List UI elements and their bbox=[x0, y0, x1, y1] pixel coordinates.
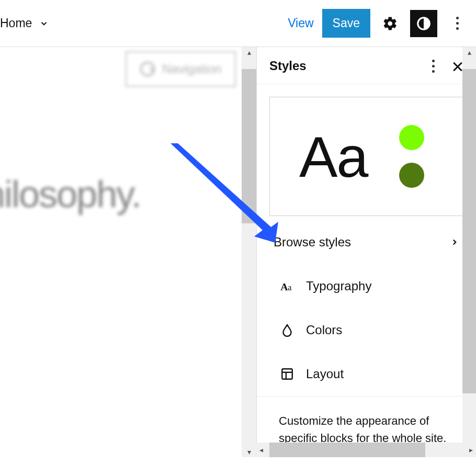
styles-panel: Styles Aa Browse styles bbox=[256, 47, 476, 457]
browse-styles-label: Browse styles bbox=[274, 235, 351, 250]
panel-title: Styles bbox=[269, 59, 307, 73]
drop-icon bbox=[280, 323, 294, 337]
styles-toggle-button[interactable] bbox=[410, 10, 437, 37]
navigation-block: Navigation bbox=[126, 51, 236, 87]
layout-label: Layout bbox=[306, 367, 344, 381]
panel-more-button[interactable] bbox=[427, 60, 439, 72]
more-options-button[interactable] bbox=[444, 10, 471, 37]
svg-text:a: a bbox=[288, 282, 292, 292]
scroll-down-icon: ▾ bbox=[247, 447, 251, 457]
svg-rect-3 bbox=[282, 369, 292, 379]
settings-button[interactable] bbox=[377, 10, 404, 37]
breadcrumb[interactable]: Home bbox=[0, 16, 49, 30]
half-circle-icon bbox=[416, 16, 432, 31]
top-toolbar: Home View Save bbox=[0, 0, 476, 47]
panel-header: Styles bbox=[257, 47, 476, 84]
styles-menu: Browse styles Aa Typography Colors bbox=[257, 216, 476, 396]
svg-text:A: A bbox=[280, 281, 288, 292]
gear-icon bbox=[382, 16, 398, 31]
scrollbar-thumb[interactable] bbox=[242, 69, 256, 223]
scroll-right-icon: ▸ bbox=[466, 446, 476, 454]
navigation-label: Navigation bbox=[162, 62, 221, 76]
swatch-primary bbox=[399, 125, 424, 150]
browse-styles-row[interactable]: Browse styles bbox=[269, 220, 463, 264]
preview-sample-text: Aa bbox=[299, 123, 368, 190]
swatch-secondary bbox=[399, 163, 424, 188]
style-preview: Aa bbox=[269, 97, 476, 216]
scrollbar-thumb[interactable] bbox=[462, 69, 476, 393]
save-button[interactable]: Save bbox=[322, 9, 370, 38]
colors-label: Colors bbox=[306, 323, 342, 337]
chevron-down-icon bbox=[39, 19, 49, 28]
scroll-left-icon: ◂ bbox=[256, 446, 266, 454]
scroll-up-icon: ▴ bbox=[468, 47, 471, 58]
layout-row[interactable]: Layout bbox=[269, 352, 463, 396]
close-panel-button[interactable] bbox=[452, 60, 463, 72]
scroll-up-icon: ▴ bbox=[247, 47, 251, 58]
kebab-icon bbox=[432, 60, 435, 73]
colors-row[interactable]: Colors bbox=[269, 308, 463, 352]
typography-label: Typography bbox=[306, 279, 371, 293]
layout-icon bbox=[280, 367, 294, 381]
editor-canvas[interactable]: Navigation hilosophy. bbox=[0, 47, 256, 457]
canvas-scrollbar[interactable]: ▴ ▾ bbox=[242, 47, 256, 457]
kebab-icon bbox=[456, 17, 459, 30]
scrollbar-thumb[interactable] bbox=[269, 443, 425, 457]
headline-text: hilosophy. bbox=[0, 173, 141, 216]
home-label: Home bbox=[0, 16, 32, 30]
typography-row[interactable]: Aa Typography bbox=[269, 264, 463, 308]
chevron-right-icon bbox=[450, 237, 459, 247]
compass-icon bbox=[140, 62, 155, 76]
view-button[interactable]: View bbox=[286, 12, 315, 35]
panel-scrollbar[interactable]: ▴ ▾ bbox=[462, 47, 476, 457]
typography-icon: Aa bbox=[280, 279, 294, 293]
panel-hscrollbar[interactable]: ◂ ▸ bbox=[256, 443, 476, 457]
